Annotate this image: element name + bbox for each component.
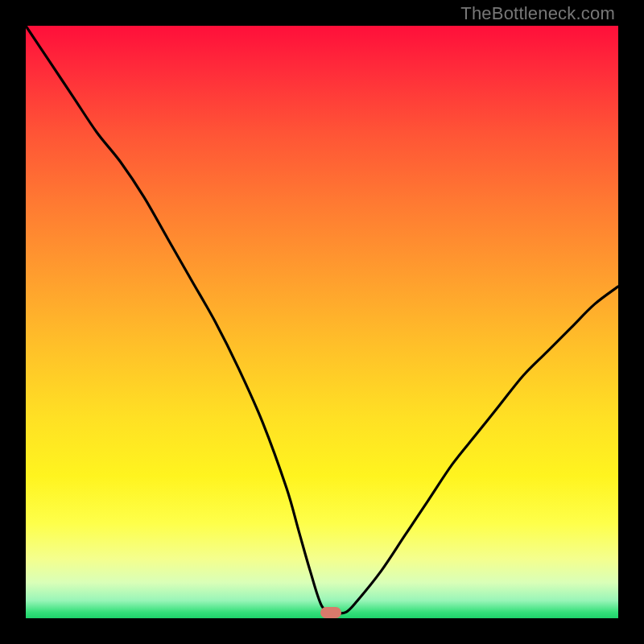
heat-gradient-bg xyxy=(26,26,618,618)
chart-frame: TheBottleneck.com xyxy=(0,0,644,644)
watermark-text: TheBottleneck.com xyxy=(460,3,615,24)
plot-area xyxy=(26,26,618,618)
